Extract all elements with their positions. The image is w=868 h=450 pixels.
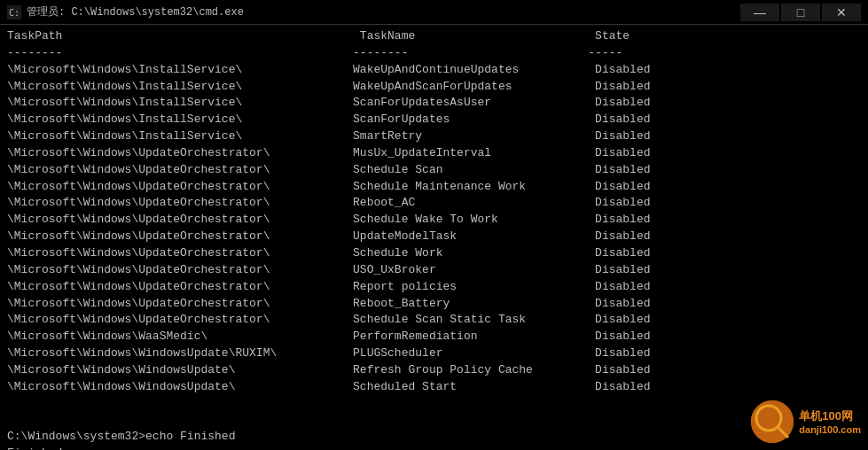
console-line xyxy=(7,412,861,429)
title-bar: C: 管理员: C:\Windows\system32\cmd.exe — □ … xyxy=(0,0,868,25)
console-line xyxy=(7,396,861,413)
console-output: TaskPath TaskName State-------- --------… xyxy=(0,25,868,450)
console-line: \Microsoft\Windows\WaaSMedic\ PerformRem… xyxy=(7,329,861,345)
window-controls: — □ ✕ xyxy=(740,4,861,21)
console-line: \Microsoft\Windows\UpdateOrchestrator\ S… xyxy=(7,162,861,179)
cmd-icon: C: xyxy=(7,5,21,19)
console-line: \Microsoft\Windows\UpdateOrchestrator\ R… xyxy=(7,195,861,212)
console-line: -------- -------- ----- xyxy=(7,45,861,62)
console-line: TaskPath TaskName State xyxy=(7,28,861,45)
title-bar-left: C: 管理员: C:\Windows\system32\cmd.exe xyxy=(7,4,244,19)
watermark-site: danji100.com xyxy=(799,424,861,435)
output-lines: TaskPath TaskName State-------- --------… xyxy=(7,28,861,450)
console-line: \Microsoft\Windows\InstallService\ WakeU… xyxy=(7,62,861,79)
watermark-label: 单机100网 xyxy=(799,408,853,424)
console-line: \Microsoft\Windows\UpdateOrchestrator\ S… xyxy=(7,212,861,229)
console-line: \Microsoft\Windows\UpdateOrchestrator\ U… xyxy=(7,229,861,245)
console-line: \Microsoft\Windows\UpdateOrchestrator\ S… xyxy=(7,245,861,262)
console-line: \Microsoft\Windows\InstallService\ ScanF… xyxy=(7,95,861,112)
console-line: \Microsoft\Windows\WindowsUpdate\RUXIM\ … xyxy=(7,345,861,362)
watermark: 单机100网 danji100.com xyxy=(751,400,861,443)
close-button[interactable]: ✕ xyxy=(822,4,861,21)
maximize-button[interactable]: □ xyxy=(781,4,820,21)
console-line: \Microsoft\Windows\InstallService\ WakeU… xyxy=(7,79,861,96)
console-line: C:\Windows\system32>echo Finished xyxy=(7,429,861,446)
console-line: \Microsoft\Windows\UpdateOrchestrator\ U… xyxy=(7,262,861,279)
console-line: Finished xyxy=(7,446,861,450)
console-line: \Microsoft\Windows\UpdateOrchestrator\ S… xyxy=(7,312,861,329)
window-title: 管理员: C:\Windows\system32\cmd.exe xyxy=(27,4,244,19)
svg-text:C:: C: xyxy=(9,8,20,18)
console-line: \Microsoft\Windows\InstallService\ Smart… xyxy=(7,128,861,145)
watermark-logo xyxy=(751,400,794,443)
console-line: \Microsoft\Windows\UpdateOrchestrator\ R… xyxy=(7,279,861,296)
console-line: \Microsoft\Windows\InstallService\ ScanF… xyxy=(7,112,861,128)
console-line: \Microsoft\Windows\WindowsUpdate\ Refres… xyxy=(7,362,861,379)
console-line: \Microsoft\Windows\UpdateOrchestrator\ M… xyxy=(7,145,861,162)
console-line: \Microsoft\Windows\WindowsUpdate\ Schedu… xyxy=(7,379,861,396)
console-line: \Microsoft\Windows\UpdateOrchestrator\ S… xyxy=(7,179,861,196)
console-line: \Microsoft\Windows\UpdateOrchestrator\ R… xyxy=(7,296,861,313)
watermark-text-group: 单机100网 danji100.com xyxy=(799,408,861,435)
minimize-button[interactable]: — xyxy=(740,4,779,21)
